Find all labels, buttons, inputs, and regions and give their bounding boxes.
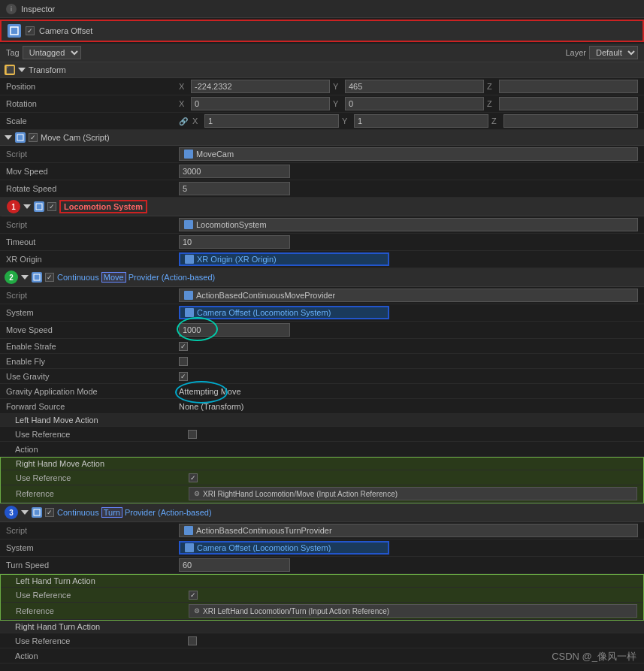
turn-speed-input[interactable] [179, 558, 290, 572]
tag-dropdown[interactable]: Untagged [23, 46, 81, 59]
left-hand-action-label: Action [15, 445, 188, 454]
script-icon [184, 150, 193, 159]
cm-system-ref[interactable]: Camera Offset (Locomotion System) [179, 306, 389, 319]
right-hand-ref-icon: ⚙ [194, 490, 200, 497]
scale-y[interactable] [354, 114, 488, 128]
move-cam-script-row: Script MoveCam [0, 146, 644, 163]
enable-fly-label: Enable Fly [6, 357, 179, 366]
continuous-move-title: Continuous Move Provider (Action-based) [57, 273, 215, 282]
gravity-mode-value-container: Attempting Move [179, 387, 241, 396]
right-hand-use-ref-row: Use Reference [1, 470, 643, 485]
cm-script-row: Script ActionBasedContinuousMoveProvider [0, 287, 644, 304]
left-hand-turn-use-ref-checkbox[interactable] [189, 591, 198, 600]
right-hand-turn-use-ref-checkbox[interactable] [188, 636, 197, 645]
move-cam-checkbox[interactable] [29, 133, 38, 142]
right-hand-turn-use-ref-row: Use Reference [0, 633, 644, 648]
scale-z[interactable] [503, 114, 638, 128]
ct-system-ref[interactable]: Camera Offset (Locomotion System) [179, 541, 389, 555]
left-hand-use-ref-label: Use Reference [15, 430, 188, 439]
move-cam-header[interactable]: Move Cam (Script) [0, 130, 644, 146]
locomotion-script-ref[interactable]: LocomotionSystem [179, 218, 638, 231]
ct-system-row: System Camera Offset (Locomotion System) [0, 540, 644, 557]
cm-move-speed-label: Move Speed [6, 325, 179, 334]
continuous-turn-icon [32, 507, 42, 518]
svg-rect-1 [17, 135, 23, 141]
camera-offset-checkbox[interactable] [26, 26, 35, 35]
position-label: Position [6, 82, 179, 91]
move-cam-script-ref[interactable]: MoveCam [179, 147, 638, 161]
right-hand-use-ref-checkbox[interactable] [189, 473, 198, 482]
move-cam-icon [15, 132, 26, 143]
svg-rect-2 [36, 204, 42, 210]
timeout-row: Timeout [0, 234, 644, 251]
scale-x[interactable] [204, 114, 339, 128]
use-gravity-label: Use Gravity [6, 372, 179, 381]
camera-offset-name: Camera Offset [39, 26, 92, 35]
left-hand-action-row: Action [0, 442, 644, 457]
cm-system-row: System Camera Offset (Locomotion System) [0, 304, 644, 322]
cm-script-icon [184, 291, 193, 300]
rotate-speed-input[interactable] [179, 182, 290, 195]
continuous-turn-header[interactable]: 3 Continuous Turn Provider (Action-based… [0, 503, 644, 522]
mov-speed-input[interactable] [179, 165, 290, 178]
locomotion-script-row: Script LocomotionSystem [0, 216, 644, 234]
forward-source-label: Forward Source [6, 402, 179, 411]
turn-speed-row: Turn Speed [0, 557, 644, 574]
svg-rect-0 [11, 27, 18, 35]
enable-fly-row: Enable Fly [0, 354, 644, 369]
tag-layer-bar: Tag Untagged Layer Default [0, 44, 644, 62]
transform-section-header[interactable]: ⬛ Transform [0, 62, 644, 78]
enable-strafe-checkbox[interactable] [179, 342, 188, 351]
watermark: CSDN @_像风一样 [552, 650, 636, 663]
rotation-x[interactable] [191, 97, 330, 110]
position-x[interactable] [191, 80, 330, 93]
mov-speed-label: Mov Speed [6, 167, 179, 176]
ct-system-label: System [6, 543, 179, 552]
inspector-title: Inspector [21, 5, 55, 14]
rotation-z[interactable] [499, 97, 638, 110]
layer-dropdown[interactable]: Default [589, 46, 638, 59]
cm-move-speed-row: Move Speed [0, 322, 644, 339]
svg-rect-3 [34, 274, 40, 280]
use-gravity-checkbox[interactable] [179, 372, 188, 381]
xr-origin-ref[interactable]: XR Origin (XR Origin) [179, 252, 389, 266]
gravity-mode-label: Gravity Application Mode [6, 387, 179, 396]
locomotion-system-header[interactable]: 1 Locomotion System [0, 198, 644, 216]
continuous-turn-checkbox[interactable] [45, 508, 54, 517]
transform-collapse-arrow [18, 68, 26, 72]
enable-fly-checkbox[interactable] [179, 357, 188, 366]
cm-script-ref[interactable]: ActionBasedContinuousMoveProvider [179, 289, 638, 302]
ct-script-row: Script ActionBasedContinuousTurnProvider [0, 522, 644, 540]
locomotion-script-label: Script [6, 220, 179, 229]
continuous-move-checkbox[interactable] [45, 273, 54, 282]
position-y[interactable] [345, 80, 484, 93]
cm-system-label: System [6, 308, 179, 317]
transform-title: Transform [29, 65, 66, 74]
continuous-move-properties: Script ActionBasedContinuousMoveProvider… [0, 287, 644, 503]
move-cam-title: Move Cam (Script) [41, 133, 110, 142]
right-hand-ref-value[interactable]: ⚙ XRI RightHand Locomotion/Move (Input A… [189, 487, 637, 500]
cm-move-speed-input[interactable] [179, 323, 290, 337]
move-cam-script-label: Script [6, 150, 179, 159]
right-hand-turn-use-ref-label: Use Reference [15, 636, 188, 645]
continuous-move-header[interactable]: 2 Continuous Move Provider (Action-based… [0, 268, 644, 287]
gravity-mode-value: Attempting Move [179, 387, 241, 396]
timeout-input[interactable] [179, 235, 290, 249]
info-icon: i [6, 4, 17, 14]
transform-properties: Position X Y Z Rotation X Y Z Scale 🔗 X … [0, 78, 644, 130]
cm-system-icon [185, 308, 194, 317]
position-values: X Y Z [179, 80, 638, 93]
locomotion-system-properties: Script LocomotionSystem Timeout XR Origi… [0, 216, 644, 268]
left-hand-turn-ref-value[interactable]: ⚙ XRI LeftHand Locomotion/Turn (Input Ac… [189, 604, 637, 618]
scale-link-icon: 🔗 [179, 117, 188, 125]
left-hand-use-ref-checkbox[interactable] [188, 430, 197, 439]
right-hand-move-action-header: Right Hand Move Action [1, 458, 643, 470]
locomotion-checkbox[interactable] [47, 202, 56, 211]
left-hand-turn-use-ref-row: Use Reference [1, 588, 643, 603]
continuous-turn-arrow [21, 510, 29, 515]
rotation-y[interactable] [345, 97, 484, 110]
position-z[interactable] [499, 80, 638, 93]
ct-script-ref[interactable]: ActionBasedContinuousTurnProvider [179, 524, 638, 537]
left-hand-turn-ref-label: Reference [16, 606, 189, 615]
forward-source-row: Forward Source None (Transform) [0, 399, 644, 414]
